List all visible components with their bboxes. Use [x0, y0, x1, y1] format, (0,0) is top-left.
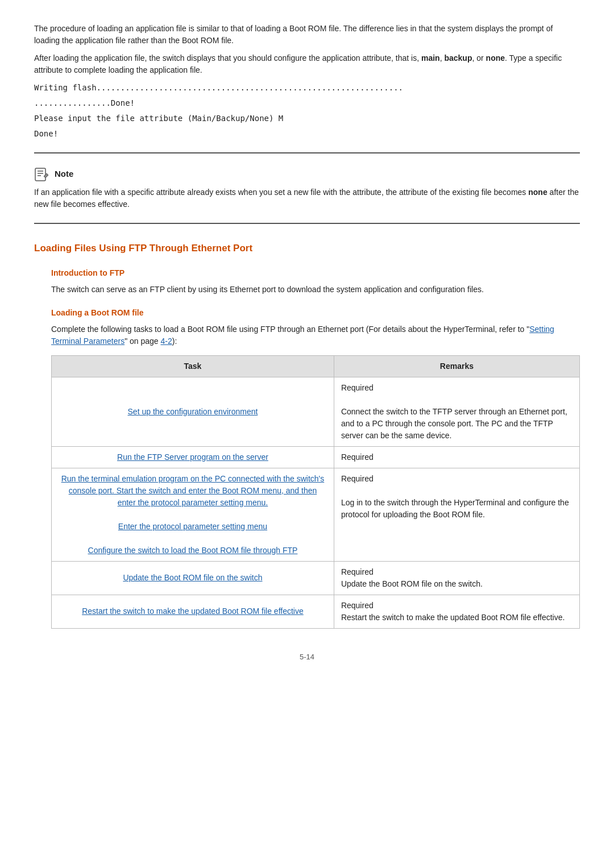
task-link-setup-config[interactable]: Set up the configuration environment: [128, 407, 258, 416]
task-cell-3: Run the terminal emulation program on th…: [52, 468, 334, 561]
task-link-run-terminal[interactable]: Run the terminal emulation program on th…: [61, 474, 325, 507]
para2-bold3: none: [486, 53, 505, 63]
remarks-cell-2: Required: [334, 446, 579, 468]
boot-rom-title: Loading a Boot ROM file: [51, 307, 580, 319]
remarks-cell-3: Required Log in to the switch through th…: [334, 468, 579, 561]
boot-rom-intro: Complete the following tasks to load a B…: [51, 323, 580, 347]
table-row: Run the terminal emulation program on th…: [52, 468, 580, 561]
task-table-container: Task Remarks Set up the configuration en…: [51, 355, 580, 629]
task-link-restart-switch[interactable]: Restart the switch to make the updated B…: [82, 607, 304, 616]
note-label: Note: [55, 168, 73, 181]
para2-bold2: backup: [444, 53, 472, 63]
para2-prefix: After loading the application file, the …: [34, 53, 421, 63]
task-link-update-boot-rom[interactable]: Update the Boot ROM file on the switch: [123, 573, 262, 582]
page-footer: 5-14: [34, 651, 580, 663]
code-block: Writing flash...........................…: [34, 82, 580, 140]
intro-paragraph-2: After loading the application file, the …: [34, 52, 580, 76]
table-row: Run the FTP Server program on the server…: [52, 446, 580, 468]
task-table: Task Remarks Set up the configuration en…: [51, 355, 580, 629]
task-cell-2: Run the FTP Server program on the server: [52, 446, 334, 468]
task-cell-5: Restart the switch to make the updated B…: [52, 595, 334, 628]
note-box: Note If an application file with a speci…: [34, 166, 580, 210]
divider-bottom: [34, 223, 580, 224]
remarks-cell-1: Required Connect the switch to the TFTP …: [334, 377, 579, 446]
para2-bold1: main: [421, 53, 440, 63]
intro-ftp-text: The switch can serve as an FTP client by…: [51, 284, 580, 296]
table-row: Restart the switch to make the updated B…: [52, 595, 580, 628]
col-remarks-header: Remarks: [334, 355, 579, 377]
task-link-configure-switch[interactable]: Configure the switch to load the Boot RO…: [88, 546, 298, 555]
task-link-enter-protocol[interactable]: Enter the protocol parameter setting men…: [118, 522, 267, 531]
divider-top: [34, 152, 580, 153]
section-title: Loading Files Using FTP Through Ethernet…: [34, 241, 580, 256]
page-link[interactable]: 4-2: [161, 337, 172, 346]
remarks-cell-4: Required Update the Boot ROM file on the…: [334, 561, 579, 595]
page-number: 5-14: [300, 653, 314, 661]
task-link-ftp-server[interactable]: Run the FTP Server program on the server: [117, 452, 268, 462]
note-icon: [34, 166, 50, 182]
svg-rect-0: [35, 168, 45, 181]
col-task-header: Task: [52, 355, 334, 377]
intro-paragraph-1: The procedure of loading an application …: [34, 23, 580, 47]
intro-ftp-title: Introduction to FTP: [51, 267, 580, 279]
task-cell-4: Update the Boot ROM file on the switch: [52, 561, 334, 595]
remarks-cell-5: Required Restart the switch to make the …: [334, 595, 579, 628]
para2-mid2: , or: [472, 53, 486, 63]
table-row: Set up the configuration environment Req…: [52, 377, 580, 446]
task-cell-1: Set up the configuration environment: [52, 377, 334, 446]
table-row: Update the Boot ROM file on the switch R…: [52, 561, 580, 595]
note-text: If an application file with a specific a…: [34, 186, 580, 210]
